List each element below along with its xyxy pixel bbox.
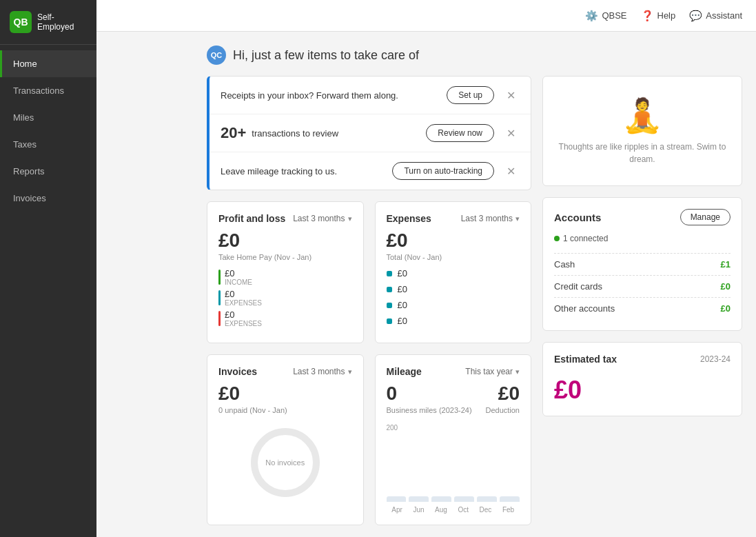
sidebar-item-taxes[interactable]: Taxes <box>0 131 96 158</box>
expenses-chevron-icon: ▾ <box>515 214 520 223</box>
invoices-chevron-icon: ▾ <box>348 367 352 376</box>
estimated-tax-year: 2023-24 <box>700 354 731 364</box>
setup-button[interactable]: Set up <box>447 86 494 104</box>
sidebar-item-reports[interactable]: Reports <box>0 158 96 185</box>
chart-x-label-3: Oct <box>458 506 469 514</box>
auto-tracking-button[interactable]: Turn on auto-tracking <box>392 162 494 180</box>
help-link[interactable]: ❓ Help <box>641 10 676 22</box>
mileage-chart-container: 200 AprJunAugOctDecFeb <box>387 424 520 514</box>
chart-x-label-2: Aug <box>435 506 447 514</box>
accounts-title: Accounts <box>554 212 601 223</box>
chart-bar-wrap-0 <box>387 496 407 502</box>
qb-logo-icon: QB <box>10 11 32 33</box>
transactions-notification: 20+ transactions to review Review now ✕ <box>210 114 531 152</box>
profit-loss-period[interactable]: Last 3 months ▾ <box>293 214 351 223</box>
chart-bar-wrap-4 <box>477 496 497 502</box>
profit-loss-period-label: Last 3 months <box>293 214 345 223</box>
mileage-deduction-label: Deduction <box>485 406 520 414</box>
chart-x-label-5: Feb <box>502 506 514 514</box>
other-accounts-amount: £0 <box>721 303 731 314</box>
chart-bar-3 <box>454 496 474 502</box>
estimated-tax-title: Estimated tax <box>554 354 617 365</box>
credit-cards-label: Credit cards <box>554 281 602 292</box>
accounts-card: Accounts Manage 1 connected Cash £1 Cred… <box>542 197 742 331</box>
sidebar-item-miles[interactable]: Miles <box>0 104 96 131</box>
expenses-label-2: EXPENSES <box>225 320 262 327</box>
mileage-chart <box>387 433 520 502</box>
mileage-y-200: 200 <box>387 424 520 432</box>
chart-bar-5 <box>500 496 520 502</box>
mileage-miles-label: Business miles (2023-24) <box>387 406 472 414</box>
cash-amount: £1 <box>721 259 731 270</box>
income-amount: £0 <box>225 268 252 278</box>
mileage-chevron-icon: ▾ <box>515 367 520 376</box>
expenses-period[interactable]: Last 3 months ▾ <box>461 214 520 223</box>
transactions-text: transactions to review <box>252 128 426 139</box>
cash-label: Cash <box>554 259 575 270</box>
ripple-card: 🧘 Thoughts are like ripples in a stream.… <box>542 76 742 186</box>
content-grid: Receipts in your inbox? Forward them alo… <box>207 76 742 525</box>
expenses-amount-2: £0 <box>225 310 262 320</box>
invoices-ring: No invoices <box>251 428 320 497</box>
chart-x-label-4: Dec <box>480 506 492 514</box>
mileage-period-label: This tax year <box>465 367 513 376</box>
expenses-row-1: £0 EXPENSES <box>218 289 352 307</box>
no-invoices-label: No invoices <box>265 458 305 467</box>
mileage-notification: Leave mileage tracking to us. Turn on au… <box>210 152 531 190</box>
sidebar-logo: QB Self-Employed <box>0 0 96 45</box>
assistant-link[interactable]: 💬 Assistant <box>689 10 742 22</box>
invoices-title: Invoices <box>218 366 257 377</box>
connected-dot-icon <box>554 236 560 241</box>
estimated-tax-header: Estimated tax 2023-24 <box>554 354 731 365</box>
expense-amount-3: £0 <box>398 300 407 310</box>
sidebar-item-home[interactable]: Home <box>0 50 96 77</box>
expenses-title: Expenses <box>387 213 431 224</box>
credit-cards-row: Credit cards £0 <box>554 275 731 297</box>
right-column: 🧘 Thoughts are like ripples in a stream.… <box>542 76 742 525</box>
invoices-period-label: Last 3 months <box>293 367 345 376</box>
estimated-tax-amount: £0 <box>554 376 731 405</box>
mileage-tracking-text: Leave mileage tracking to us. <box>221 166 392 176</box>
assistant-icon: 💬 <box>689 10 702 22</box>
cash-row: Cash £1 <box>554 253 731 275</box>
chart-bar-wrap-1 <box>409 496 429 502</box>
sidebar-item-transactions[interactable]: Transactions <box>0 77 96 104</box>
connected-badge: 1 connected <box>554 234 731 243</box>
greeting-text: Hi, just a few items to take care of <box>233 48 419 63</box>
chart-bar-0 <box>387 496 407 502</box>
credit-cards-amount: £0 <box>721 281 731 292</box>
sidebar-nav: Home Transactions Miles Taxes Reports In… <box>0 45 96 212</box>
profit-loss-subtitle: Take Home Pay (Nov - Jan) <box>218 253 352 261</box>
assistant-label: Assistant <box>706 10 742 21</box>
accounts-header: Accounts Manage <box>554 209 731 225</box>
expense-dot-3 <box>387 303 392 308</box>
chart-bar-1 <box>409 496 429 502</box>
ripple-text: Thoughts are like ripples in a stream. S… <box>554 141 731 165</box>
sidebar-item-invoices[interactable]: Invoices <box>0 185 96 212</box>
manage-button[interactable]: Manage <box>680 209 731 225</box>
mileage-title: Mileage <box>387 366 422 377</box>
mileage-close-button[interactable]: ✕ <box>502 163 520 179</box>
expense-amount-4: £0 <box>398 316 407 326</box>
receipts-close-button[interactable]: ✕ <box>502 88 520 103</box>
chart-bar-wrap-3 <box>454 496 474 502</box>
main-content: QC Hi, just a few items to take care of … <box>193 32 756 537</box>
chevron-down-icon: ▾ <box>348 214 352 223</box>
qbse-link[interactable]: ⚙️ QBSE <box>585 10 626 22</box>
greeting-row: QC Hi, just a few items to take care of <box>207 45 742 65</box>
expenses-row-2: £0 EXPENSES <box>218 310 352 327</box>
left-column: Receipts in your inbox? Forward them alo… <box>207 76 531 525</box>
ripple-illustration-icon: 🧘 <box>622 97 663 135</box>
review-now-button[interactable]: Review now <box>426 124 494 142</box>
invoices-period[interactable]: Last 3 months ▾ <box>293 367 351 376</box>
notification-card: Receipts in your inbox? Forward them alo… <box>207 76 531 190</box>
expenses-period-label: Last 3 months <box>461 214 513 223</box>
expenses-label-1: EXPENSES <box>225 299 262 307</box>
mileage-period[interactable]: This tax year ▾ <box>465 367 520 376</box>
app-name: Self-Employed <box>37 12 87 32</box>
expenses-bar-1 <box>218 290 221 305</box>
transactions-close-button[interactable]: ✕ <box>502 125 520 141</box>
expenses-header: Expenses Last 3 months ▾ <box>387 213 520 224</box>
expense-dot-4 <box>387 318 392 324</box>
expenses-card: Expenses Last 3 months ▾ £0 Total (Nov -… <box>375 201 532 343</box>
